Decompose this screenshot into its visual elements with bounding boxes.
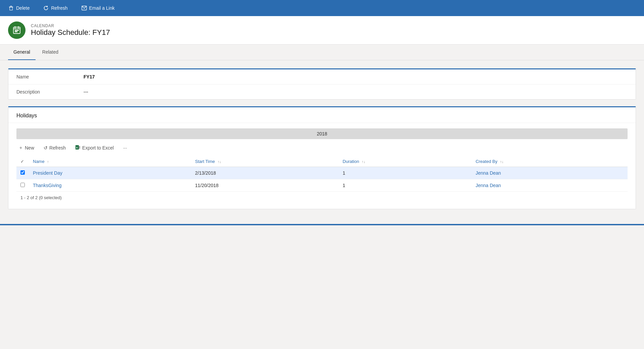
- refresh-icon: [43, 5, 49, 11]
- duration-col-header[interactable]: Duration ↑↓: [339, 156, 472, 167]
- svg-text:X: X: [76, 146, 78, 149]
- row-created-by-link[interactable]: Jenna Dean: [476, 170, 501, 176]
- row-created-by-link[interactable]: Jenna Dean: [476, 183, 501, 188]
- start-time-col-header[interactable]: Start Time ↑↓: [191, 156, 339, 167]
- more-button[interactable]: ···: [121, 144, 129, 152]
- plus-icon: ＋: [18, 145, 23, 151]
- delete-icon: [8, 5, 14, 11]
- description-label: Description: [16, 89, 84, 95]
- row-start-time: 2/13/2018: [191, 167, 339, 179]
- start-time-sort-icon: ↑↓: [217, 160, 221, 164]
- row-check[interactable]: [16, 167, 29, 179]
- duration-sort-icon: ↑↓: [362, 160, 365, 164]
- row-start-time: 11/20/2018: [191, 179, 339, 192]
- name-col-header[interactable]: Name ↑: [29, 156, 191, 167]
- name-row: Name FY17: [8, 69, 636, 84]
- page-header: CALENDAR Holiday Schedule: FY17: [0, 16, 644, 45]
- check-col-header[interactable]: ✓: [16, 156, 29, 167]
- svg-rect-8: [16, 30, 17, 31]
- holidays-section: Holidays 2018 ＋ New ↺ Refresh: [8, 106, 636, 209]
- created-by-col-header[interactable]: Created By ↑↓: [472, 156, 628, 167]
- delete-label: Delete: [16, 5, 30, 11]
- year-banner: 2018: [16, 128, 628, 139]
- svg-rect-14: [78, 146, 80, 147]
- export-label: Export to Excel: [82, 145, 114, 151]
- holidays-title: Holidays: [8, 107, 636, 123]
- row-duration: 1: [339, 167, 472, 179]
- tabs-bar: General Related: [0, 45, 644, 60]
- more-label: ···: [123, 145, 127, 151]
- svg-rect-9: [17, 30, 19, 31]
- row-created-by[interactable]: Jenna Dean: [472, 179, 628, 192]
- table-row[interactable]: President Day 2/13/2018 1 Jenna Dean: [16, 167, 628, 179]
- page-icon: [8, 21, 25, 39]
- sub-refresh-icon: ↺: [44, 145, 48, 151]
- page-category: CALENDAR: [31, 23, 110, 28]
- new-button[interactable]: ＋ New: [16, 143, 36, 152]
- holidays-table: ✓ Name ↑ Start Time ↑↓ Duration ↑↓: [16, 156, 628, 192]
- svg-rect-1: [10, 6, 12, 7]
- row-checkbox[interactable]: [20, 170, 25, 175]
- table-row[interactable]: ThanksGiving 11/20/2018 1 Jenna Dean: [16, 179, 628, 192]
- svg-rect-7: [15, 30, 16, 31]
- sub-refresh-label: Refresh: [49, 145, 66, 151]
- refresh-button[interactable]: Refresh: [40, 4, 70, 12]
- name-label: Name: [16, 74, 84, 79]
- new-label: New: [25, 145, 34, 151]
- content-area: Name FY17 Description --- Holidays 2018 …: [0, 60, 644, 217]
- svg-rect-10: [15, 31, 16, 32]
- email-icon: [81, 5, 87, 11]
- row-name-link[interactable]: ThanksGiving: [33, 183, 62, 188]
- row-duration: 1: [339, 179, 472, 192]
- export-excel-button[interactable]: X Export to Excel: [73, 143, 116, 152]
- page-title: Holiday Schedule: FY17: [31, 28, 110, 37]
- row-name[interactable]: ThanksGiving: [29, 179, 191, 192]
- top-toolbar: Delete Refresh Email a Link: [0, 0, 644, 16]
- name-value: FY17: [84, 74, 95, 79]
- description-row: Description ---: [8, 84, 636, 99]
- svg-rect-17: [78, 148, 80, 149]
- row-name-link[interactable]: President Day: [33, 170, 62, 176]
- pagination-bar: 1 - 2 of 2 (0 selected): [16, 192, 628, 203]
- excel-icon: X: [75, 144, 80, 151]
- svg-rect-16: [78, 148, 80, 148]
- delete-button[interactable]: Delete: [5, 4, 32, 12]
- row-created-by[interactable]: Jenna Dean: [472, 167, 628, 179]
- email-link-label: Email a Link: [89, 5, 115, 11]
- email-link-button[interactable]: Email a Link: [78, 4, 117, 12]
- detail-card: Name FY17 Description ---: [8, 68, 636, 100]
- bottom-bar: [0, 224, 644, 225]
- refresh-label: Refresh: [51, 5, 67, 11]
- sub-toolbar: ＋ New ↺ Refresh X: [16, 143, 628, 152]
- description-value: ---: [84, 89, 88, 95]
- name-sort-icon: ↑: [47, 160, 49, 164]
- tab-general[interactable]: General: [8, 45, 36, 60]
- tab-related[interactable]: Related: [37, 45, 64, 60]
- row-check[interactable]: [16, 179, 29, 192]
- row-checkbox[interactable]: [20, 183, 25, 187]
- svg-rect-15: [78, 147, 80, 147]
- row-name[interactable]: President Day: [29, 167, 191, 179]
- svg-rect-11: [16, 31, 17, 32]
- sub-refresh-button[interactable]: ↺ Refresh: [42, 144, 68, 152]
- created-by-sort-icon: ↑↓: [500, 160, 504, 164]
